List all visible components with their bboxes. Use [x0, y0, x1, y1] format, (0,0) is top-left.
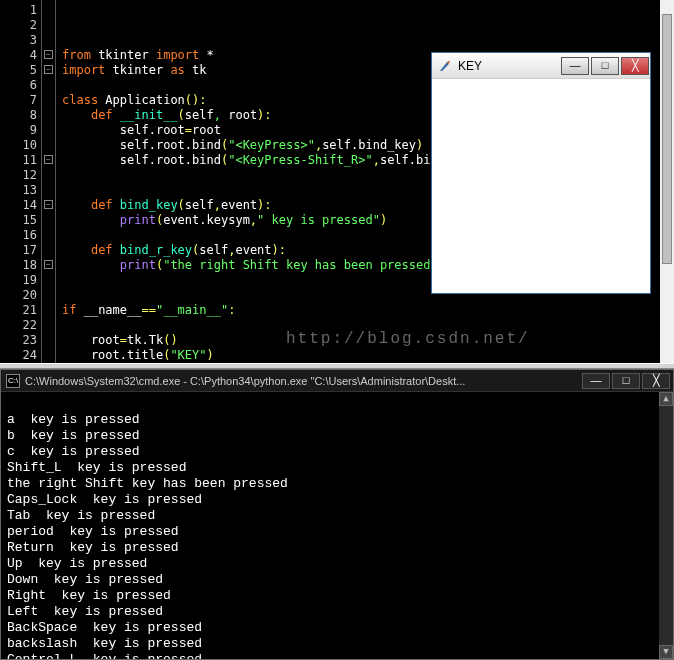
- console-line: Left key is pressed: [7, 604, 667, 620]
- token: tk: [185, 63, 207, 77]
- console-line: Return key is pressed: [7, 540, 667, 556]
- token: root: [221, 108, 257, 122]
- token: ): [416, 138, 423, 152]
- cmd-close-button[interactable]: ╳: [642, 373, 670, 389]
- fold-toggle[interactable]: −: [44, 65, 53, 74]
- token: ): [380, 213, 387, 227]
- line-number: 15: [0, 213, 37, 228]
- console-line: backslash key is pressed: [7, 636, 667, 652]
- cmd-maximize-button[interactable]: □: [612, 373, 640, 389]
- token: tkinter: [91, 48, 156, 62]
- line-number: 7: [0, 93, 37, 108]
- token: as: [170, 63, 184, 77]
- token: def: [91, 243, 120, 257]
- console-line: c key is pressed: [7, 444, 667, 460]
- token: *: [199, 48, 213, 62]
- token: print: [120, 213, 156, 227]
- cmd-titlebar[interactable]: C:\ C:\Windows\System32\cmd.exe - C:\Pyt…: [1, 370, 673, 392]
- token: root: [62, 333, 120, 347]
- line-number: 10: [0, 138, 37, 153]
- token: from: [62, 48, 91, 62]
- token: tkinter: [105, 63, 170, 77]
- fold-toggle[interactable]: −: [44, 260, 53, 269]
- token: (: [178, 198, 185, 212]
- line-number: 3: [0, 33, 37, 48]
- token: event: [235, 243, 271, 257]
- token: import: [156, 48, 199, 62]
- console-line: Down key is pressed: [7, 572, 667, 588]
- token: __init__: [120, 108, 178, 122]
- token: ):: [272, 243, 286, 257]
- token: ,: [250, 213, 257, 227]
- token: "<KeyPress-Shift_R>": [228, 153, 373, 167]
- cmd-minimize-button[interactable]: —: [582, 373, 610, 389]
- token: "the right Shift key has been pressed": [163, 258, 438, 272]
- token: ):: [257, 198, 271, 212]
- token: "<KeyPress>": [228, 138, 315, 152]
- line-number: 13: [0, 183, 37, 198]
- console-line: period key is pressed: [7, 524, 667, 540]
- tk-client-area[interactable]: [432, 79, 650, 293]
- token: tk.Tk: [127, 333, 163, 347]
- cmd-window: C:\ C:\Windows\System32\cmd.exe - C:\Pyt…: [0, 369, 674, 660]
- token: ): [207, 348, 214, 362]
- line-number: 22: [0, 318, 37, 333]
- scroll-up-button[interactable]: ▲: [659, 392, 673, 406]
- fold-toggle[interactable]: −: [44, 50, 53, 59]
- code-line[interactable]: if __name__=="__main__":: [62, 303, 674, 318]
- token: self.bind_key: [322, 138, 416, 152]
- tk-titlebar[interactable]: KEY — □ ╳: [432, 53, 650, 79]
- token: import: [62, 63, 105, 77]
- line-number: 1: [0, 3, 37, 18]
- token: self.root: [62, 123, 185, 137]
- console-line: [7, 396, 667, 412]
- tk-maximize-button[interactable]: □: [591, 57, 619, 75]
- token: ,: [373, 153, 380, 167]
- line-number: 9: [0, 123, 37, 138]
- token: ():: [185, 93, 207, 107]
- token: def: [91, 198, 120, 212]
- editor-vertical-scrollbar[interactable]: [660, 0, 674, 363]
- token: :: [228, 303, 235, 317]
- token: [62, 243, 91, 257]
- token: ,: [214, 108, 221, 122]
- token: (: [178, 108, 185, 122]
- token: self.root.bind: [62, 138, 221, 152]
- line-number: 12: [0, 168, 37, 183]
- token: self: [185, 198, 214, 212]
- cmd-output-area[interactable]: a key is pressedb key is pressedc key is…: [1, 392, 673, 659]
- token: ):: [257, 108, 271, 122]
- token: bind_key: [120, 198, 178, 212]
- console-line: Control_L key is pressed: [7, 652, 667, 659]
- token: root: [192, 123, 221, 137]
- token: ,: [214, 198, 221, 212]
- console-line: Caps_Lock key is pressed: [7, 492, 667, 508]
- token: [62, 198, 91, 212]
- line-number: 18: [0, 258, 37, 273]
- line-number: 8: [0, 108, 37, 123]
- console-line: b key is pressed: [7, 428, 667, 444]
- token: [62, 258, 120, 272]
- scrollbar-thumb[interactable]: [662, 14, 672, 264]
- token: =: [120, 333, 127, 347]
- code-line[interactable]: root.title("KEY"): [62, 348, 674, 363]
- line-number: 5: [0, 63, 37, 78]
- tk-close-button[interactable]: ╳: [621, 57, 649, 75]
- scroll-down-button[interactable]: ▼: [659, 645, 673, 659]
- line-number: 24: [0, 348, 37, 363]
- fold-toggle[interactable]: −: [44, 200, 53, 209]
- token: self: [199, 243, 228, 257]
- token: self.root.bind: [62, 153, 221, 167]
- fold-toggle[interactable]: −: [44, 155, 53, 164]
- tkinter-app-window: KEY — □ ╳: [431, 52, 651, 294]
- line-number: 23: [0, 333, 37, 348]
- cmd-icon: C:\: [6, 374, 20, 388]
- cmd-vertical-scrollbar[interactable]: ▲ ▼: [659, 392, 673, 659]
- token: self: [185, 108, 214, 122]
- line-number: 16: [0, 228, 37, 243]
- watermark-text: http://blog.csdn.net/: [286, 332, 530, 347]
- tk-feather-icon: [438, 59, 452, 73]
- token: " key is pressed": [257, 213, 380, 227]
- tk-minimize-button[interactable]: —: [561, 57, 589, 75]
- token: class: [62, 93, 105, 107]
